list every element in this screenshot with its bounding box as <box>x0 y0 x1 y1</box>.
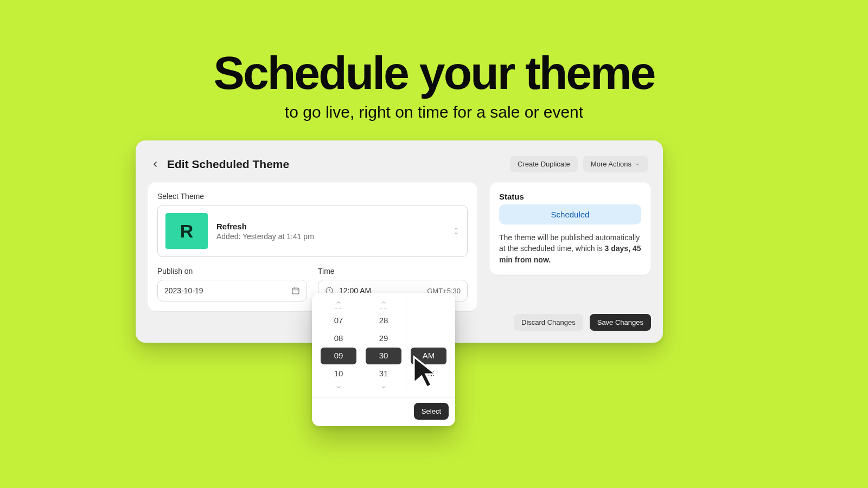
page-title: Edit Scheduled Theme <box>167 158 289 171</box>
minute-option[interactable]: 28 <box>366 312 401 329</box>
select-updown-icon <box>453 226 459 236</box>
hero-subtitle: to go live, right on time for a sale or … <box>0 103 868 121</box>
more-actions-button[interactable]: More Actions <box>583 156 648 172</box>
meridiem-option[interactable]: PM <box>411 365 446 382</box>
svg-rect-0 <box>292 288 299 294</box>
hour-option[interactable]: 07 <box>321 312 356 329</box>
chevron-down-icon <box>635 162 640 167</box>
hour-down-button[interactable] <box>317 383 360 391</box>
theme-thumbnail: R <box>165 213 208 249</box>
theme-selector[interactable]: R Refresh Added: Yesterday at 1:41 pm <box>157 205 468 257</box>
theme-added-meta: Added: Yesterday at 1:41 pm <box>216 232 314 241</box>
hour-option[interactable]: 08 <box>321 330 356 347</box>
publish-date-label: Publish on <box>157 267 307 275</box>
schedule-form-card: Select Theme R Refresh Added: Yesterday … <box>148 182 477 311</box>
meridiem-column: -- -- AM PM <box>406 296 451 394</box>
hour-option[interactable]: 10 <box>321 365 356 382</box>
status-badge: Scheduled <box>499 204 641 224</box>
time-picker-popover: ~~ 07 08 09 10 ~~ 28 29 30 31 -- -- AM P… <box>312 293 455 426</box>
status-text: The theme will be published automaticall… <box>499 232 641 265</box>
minute-option-selected[interactable]: 30 <box>366 348 401 364</box>
minute-column: ~~ 28 29 30 31 <box>361 296 406 394</box>
minute-option[interactable]: 29 <box>366 330 401 347</box>
theme-name: Refresh <box>216 222 314 231</box>
status-heading: Status <box>499 192 641 201</box>
timepicker-select-button[interactable]: Select <box>414 403 449 420</box>
select-theme-label: Select Theme <box>157 192 468 201</box>
publish-date-input[interactable]: 2023-10-19 <box>157 280 307 301</box>
hero-title: Schedule your theme <box>0 46 868 100</box>
meridiem-option-selected[interactable]: AM <box>411 348 446 364</box>
hour-column: ~~ 07 08 09 10 <box>316 296 361 394</box>
save-changes-button[interactable]: Save Changes <box>590 314 651 331</box>
more-actions-label: More Actions <box>591 160 631 168</box>
back-arrow-icon[interactable] <box>151 159 161 169</box>
publish-time-label: Time <box>318 267 468 275</box>
discard-changes-button[interactable]: Discard Changes <box>514 314 583 331</box>
create-duplicate-button[interactable]: Create Duplicate <box>510 156 578 172</box>
publish-date-value: 2023-10-19 <box>164 286 203 295</box>
minute-option[interactable]: 31 <box>366 365 401 382</box>
hour-option-selected[interactable]: 09 <box>321 348 356 364</box>
calendar-icon <box>291 286 300 295</box>
minute-down-button[interactable] <box>362 383 405 391</box>
status-card: Status Scheduled The theme will be publi… <box>489 182 651 275</box>
